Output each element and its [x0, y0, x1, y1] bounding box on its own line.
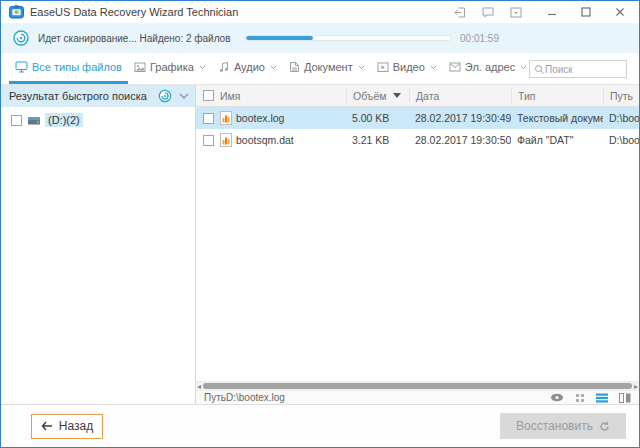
tab-video[interactable]: Видео: [371, 53, 443, 84]
chevron-down-icon: [199, 65, 206, 70]
scan-radar-icon: [13, 30, 29, 46]
column-header-date[interactable]: Дата: [409, 89, 511, 103]
file-type: Файл "DAT": [511, 134, 603, 146]
titlebar-app-buttons: [449, 4, 527, 20]
column-header-type[interactable]: Тип: [511, 89, 603, 103]
tab-all-file-types[interactable]: Все типы файлов: [9, 53, 128, 84]
video-icon: [377, 62, 389, 73]
chevron-down-icon: [430, 65, 437, 70]
file-date: 28.02.2017 19:30:49: [409, 112, 511, 124]
path-label: Путь: [204, 392, 226, 403]
column-header-path[interactable]: Путь: [603, 89, 639, 103]
file-size: 3.21 KB: [346, 134, 409, 146]
detail-pane-icon[interactable]: [619, 393, 631, 403]
tab-label: Эл. адрес: [465, 61, 515, 73]
tab-label: Документ: [304, 61, 353, 73]
maximize-icon[interactable]: [575, 4, 597, 20]
table-row[interactable]: bootsqm.dat 3.21 KB 28.02.2017 19:30:50 …: [196, 129, 639, 151]
tree-item-drive-d[interactable]: (D:)(2): [1, 110, 195, 130]
recover-refresh-icon: [599, 421, 610, 432]
column-header-size[interactable]: Объём: [346, 89, 409, 103]
chevron-down-icon: [358, 65, 365, 70]
file-name: bootex.log: [236, 112, 284, 124]
monitor-icon: [15, 61, 28, 73]
tree-item-label: (D:)(2): [45, 113, 83, 127]
file-table: Имя Объём Дата Тип Путь bootex.log 5.00 …: [196, 85, 639, 404]
window-title: EaseUS Data Recovery Wizard Technician: [30, 6, 449, 18]
tab-label: Графика: [150, 61, 194, 73]
window-controls: [541, 4, 631, 20]
file-type: Текстовый документ: [511, 112, 603, 124]
drive-icon: [27, 115, 41, 126]
app-logo-icon: [9, 5, 24, 19]
file-type-filter-bar: Все типы файлов Графика Аудио Документ В…: [1, 53, 639, 85]
document-icon: [289, 61, 300, 73]
file-size: 5.00 KB: [346, 112, 409, 124]
app-window: EaseUS Data Recovery Wizard Technician: [0, 0, 640, 448]
file-date: 28.02.2017 19:30:50: [409, 134, 511, 146]
table-row[interactable]: bootex.log 5.00 KB 28.02.2017 19:30:49 Т…: [196, 107, 639, 129]
chevron-down-icon: [270, 65, 277, 70]
tab-label: Видео: [393, 61, 425, 73]
tab-label: Аудио: [234, 61, 265, 73]
image-icon: [134, 62, 146, 73]
tab-label: Все типы файлов: [32, 61, 122, 73]
chevron-down-icon: [520, 65, 527, 70]
scrollbar-thumb[interactable]: [203, 383, 632, 389]
sidebar-header[interactable]: Результат быстрого поиска: [1, 85, 195, 107]
recover-button[interactable]: Восстановить: [500, 413, 626, 439]
search-icon: [534, 64, 545, 75]
search-box[interactable]: [529, 60, 627, 78]
collapse-chevron-icon[interactable]: [179, 93, 189, 99]
row-checkbox[interactable]: [203, 135, 214, 146]
tab-email[interactable]: Эл. адрес: [443, 53, 533, 84]
scroll-left-arrow[interactable]: ◂: [197, 382, 201, 391]
recover-button-label: Восстановить: [516, 419, 593, 433]
tab-document[interactable]: Документ: [283, 53, 371, 84]
view-mode-icons: [550, 393, 631, 403]
path-status-bar: Путь D:\bootex.log: [196, 390, 639, 404]
scan-progress-fill: [246, 36, 314, 40]
thumbnail-view-icon[interactable]: [575, 393, 585, 403]
select-all-checkbox[interactable]: [203, 90, 214, 101]
table-header-row: Имя Объём Дата Тип Путь: [196, 85, 639, 107]
back-button[interactable]: Назад: [31, 414, 103, 439]
table-body: bootex.log 5.00 KB 28.02.2017 19:30:49 Т…: [196, 107, 639, 381]
scan-status-bar: Идет сканирование... Найдено: 2 файлов 0…: [1, 23, 639, 53]
minimize-icon[interactable]: [541, 4, 563, 20]
tab-graphics[interactable]: Графика: [128, 53, 212, 84]
tab-audio[interactable]: Аудио: [212, 53, 283, 84]
column-header-name[interactable]: Имя: [220, 90, 346, 102]
sidebar-header-label: Результат быстрого поиска: [9, 90, 147, 102]
sidebar: Результат быстрого поиска (D:)(2): [1, 85, 196, 404]
menu-icon[interactable]: [505, 4, 527, 20]
sort-desc-icon: [393, 93, 401, 98]
music-icon: [218, 61, 230, 73]
quick-scan-icon[interactable]: [158, 89, 172, 103]
scan-progress-bar: [245, 35, 453, 41]
horizontal-scrollbar[interactable]: ◂ ▸: [196, 381, 639, 390]
back-arrow-icon: [41, 421, 53, 431]
drive-checkbox[interactable]: [11, 115, 22, 126]
feedback-icon[interactable]: [477, 4, 499, 20]
file-path: D:\bootex.log: [603, 112, 639, 124]
main-area: Результат быстрого поиска (D:)(2) Имя Об…: [1, 85, 639, 404]
file-path: D:\bootsqm.dat: [603, 134, 639, 146]
share-icon[interactable]: [449, 4, 471, 20]
row-checkbox[interactable]: [203, 113, 214, 124]
title-bar: EaseUS Data Recovery Wizard Technician: [1, 1, 639, 23]
preview-eye-icon[interactable]: [550, 393, 564, 402]
scroll-right-arrow[interactable]: ▸: [634, 382, 638, 391]
path-value: D:\bootex.log: [226, 392, 285, 403]
back-button-label: Назад: [59, 419, 93, 433]
list-view-icon[interactable]: [596, 393, 608, 403]
file-chart-icon: [220, 133, 232, 147]
file-name: bootsqm.dat: [236, 134, 294, 146]
footer-bar: Назад Восстановить: [1, 404, 639, 447]
result-tree: (D:)(2): [1, 107, 195, 404]
close-icon[interactable]: [609, 4, 631, 20]
header-checkbox-cell: [196, 90, 220, 101]
mail-icon: [449, 62, 461, 72]
search-input[interactable]: [545, 64, 617, 75]
scan-elapsed-time: 00:01:59: [460, 33, 499, 44]
